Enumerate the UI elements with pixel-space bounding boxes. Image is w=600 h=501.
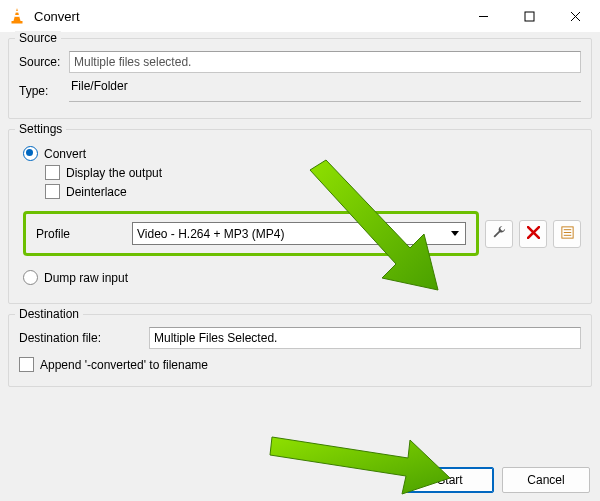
svg-rect-2 (14, 15, 19, 17)
dump-radio-label: Dump raw input (44, 271, 128, 285)
new-profile-button[interactable] (553, 220, 581, 248)
dialog-button-bar: Start Cancel (406, 467, 590, 493)
radio-icon (23, 270, 38, 285)
edit-profile-button[interactable] (485, 220, 513, 248)
source-label: Source: (19, 55, 69, 69)
settings-group-title: Settings (15, 122, 66, 136)
source-group-title: Source (15, 31, 61, 45)
display-output-label: Display the output (66, 166, 162, 180)
convert-radio-row[interactable]: Convert (23, 146, 581, 161)
svg-rect-3 (12, 21, 23, 24)
profile-combobox[interactable]: Video - H.264 + MP3 (MP4) (132, 222, 466, 245)
svg-marker-0 (14, 8, 21, 21)
destination-file-field[interactable]: Multiple Files Selected. (149, 327, 581, 349)
cancel-button[interactable]: Cancel (502, 467, 590, 493)
source-field[interactable]: Multiple files selected. (69, 51, 581, 73)
new-profile-icon (560, 225, 575, 243)
source-value: Multiple files selected. (74, 55, 191, 69)
append-checkbox-row[interactable]: Append '-converted' to filename (19, 357, 581, 372)
x-icon (527, 226, 540, 242)
dump-radio-row[interactable]: Dump raw input (23, 270, 581, 285)
vlc-cone-icon (8, 7, 26, 25)
type-label: Type: (19, 84, 69, 98)
destination-group-title: Destination (15, 307, 83, 321)
type-value: File/Folder (69, 79, 581, 102)
maximize-button[interactable] (506, 0, 552, 32)
title-bar: Convert (0, 0, 600, 32)
start-button[interactable]: Start (406, 467, 494, 493)
deinterlace-label: Deinterlace (66, 185, 127, 199)
window-title: Convert (34, 9, 80, 24)
profile-label: Profile (36, 227, 116, 241)
checkbox-icon (45, 165, 60, 180)
convert-radio-label: Convert (44, 147, 86, 161)
source-group: Source Source: Multiple files selected. … (8, 38, 592, 119)
minimize-button[interactable] (460, 0, 506, 32)
svg-rect-5 (525, 12, 534, 21)
deinterlace-checkbox-row[interactable]: Deinterlace (45, 184, 581, 199)
delete-profile-button[interactable] (519, 220, 547, 248)
radio-icon-checked (23, 146, 38, 161)
destination-file-label: Destination file: (19, 331, 139, 345)
settings-group: Settings Convert Display the output Dein… (8, 129, 592, 304)
checkbox-icon (19, 357, 34, 372)
profile-selected-value: Video - H.264 + MP3 (MP4) (137, 227, 285, 241)
svg-rect-1 (15, 11, 18, 13)
append-label: Append '-converted' to filename (40, 358, 208, 372)
display-output-checkbox-row[interactable]: Display the output (45, 165, 581, 180)
chevron-down-icon (451, 231, 459, 236)
destination-group: Destination Destination file: Multiple F… (8, 314, 592, 387)
close-button[interactable] (552, 0, 598, 32)
wrench-icon (492, 225, 507, 243)
checkbox-icon (45, 184, 60, 199)
profile-highlight-box: Profile Video - H.264 + MP3 (MP4) (23, 211, 479, 256)
destination-file-value: Multiple Files Selected. (154, 331, 277, 345)
